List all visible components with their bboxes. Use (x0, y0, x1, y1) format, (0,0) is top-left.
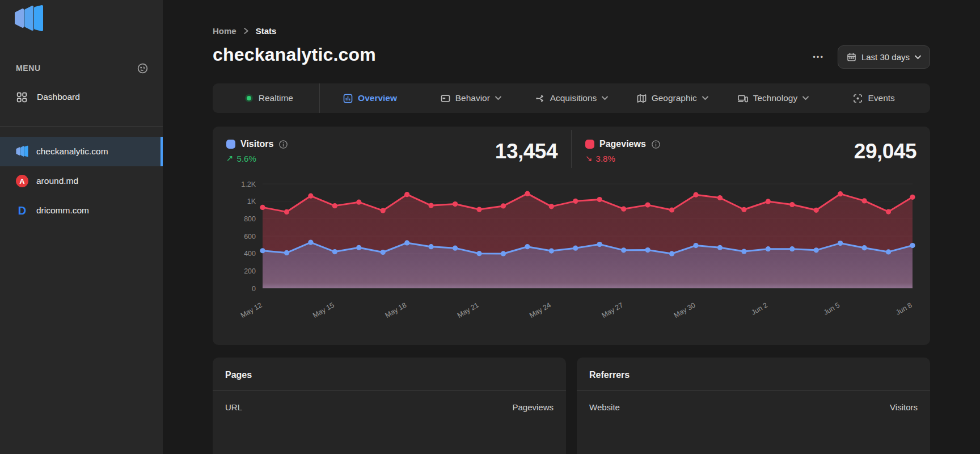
pageviews-trend: ↘3.8% (585, 153, 661, 163)
svg-text:1.2K: 1.2K (241, 180, 256, 188)
svg-text:800: 800 (244, 215, 256, 223)
tab-geographic[interactable]: Geographic (622, 83, 723, 113)
dricomm-logo-icon: D (16, 204, 28, 217)
svg-text:0: 0 (252, 285, 256, 293)
sidebar-item-dashboard[interactable]: Dashboard (0, 84, 163, 110)
svg-text:May 24: May 24 (528, 301, 552, 320)
sidebar-item-around-md[interactable]: A around.md (0, 166, 163, 196)
info-icon[interactable] (651, 140, 661, 149)
svg-text:Jun 8: Jun 8 (894, 301, 914, 316)
tab-overview[interactable]: Overview (320, 83, 421, 113)
trend-up-arrow-icon: ↗ (226, 153, 234, 163)
checkanalytic-logo-icon (16, 145, 28, 158)
window-icon (441, 94, 450, 103)
devices-icon (738, 94, 748, 103)
referrers-col-website: Website (589, 402, 620, 412)
svg-text:1K: 1K (247, 197, 256, 205)
stats-row: Visitors ↗5.6% 13,454 Pageviews (213, 127, 930, 171)
info-icon[interactable] (278, 140, 288, 149)
tabbar: Realtime Overview Behavior (213, 83, 930, 113)
breadcrumb: Home Stats (213, 26, 930, 36)
svg-text:May 18: May 18 (384, 301, 408, 320)
pages-col-url: URL (225, 402, 242, 412)
svg-text:May 30: May 30 (673, 301, 697, 320)
tab-behavior[interactable]: Behavior (420, 83, 521, 113)
app-logo-icon (14, 5, 44, 33)
visitors-swatch (226, 140, 235, 149)
app-logo[interactable] (0, 0, 163, 33)
visitors-value: 13,454 (495, 140, 557, 163)
referrers-col-visitors: Visitors (890, 402, 918, 412)
tab-realtime[interactable]: Realtime (218, 83, 319, 113)
more-options-button[interactable]: ••• (812, 49, 825, 65)
site-label: dricomm.com (36, 205, 89, 216)
date-range-button[interactable]: Last 30 days (838, 45, 930, 69)
traffic-chart-svg: 1.2K1K8006004002000May 12May 15May 18May… (226, 176, 916, 339)
breadcrumb-current: Stats (256, 26, 277, 36)
overview-card: Visitors ↗5.6% 13,454 Pageviews (213, 127, 930, 345)
visitors-label: Visitors (240, 139, 273, 149)
realtime-dot-icon (244, 94, 254, 103)
trend-down-arrow-icon: ↘ (585, 153, 593, 163)
chevron-down-icon (802, 96, 809, 100)
site-label: checkanalytic.com (36, 146, 108, 157)
chevron-down-icon (702, 96, 708, 100)
date-range-label: Last 30 days (861, 52, 910, 62)
bar-chart-icon (343, 94, 353, 103)
menu-heading: MENU (16, 64, 41, 73)
svg-text:May 21: May 21 (456, 301, 480, 320)
pageviews-label: Pageviews (599, 139, 646, 149)
chevron-down-icon (915, 55, 921, 60)
svg-text:Jun 2: Jun 2 (750, 301, 769, 316)
pageviews-swatch (585, 140, 594, 149)
chevron-down-icon (602, 96, 608, 100)
pages-card: Pages URL Pageviews (213, 358, 566, 454)
sidebar-divider (0, 126, 163, 127)
sidebar-item-dricomm[interactable]: D dricomm.com (0, 196, 163, 225)
svg-text:400: 400 (244, 250, 256, 258)
map-icon (637, 94, 647, 103)
pages-col-pageviews: Pageviews (512, 402, 554, 412)
breadcrumb-home-link[interactable]: Home (213, 26, 236, 36)
svg-text:May 15: May 15 (311, 301, 336, 320)
main-content: Home Stats checkanalytic.com ••• Last 30… (163, 0, 980, 454)
scan-target-icon (853, 94, 863, 103)
svg-text:May 12: May 12 (239, 301, 264, 320)
breadcrumb-chevron-icon (243, 28, 249, 34)
site-list: checkanalytic.com A around.md D dricomm.… (0, 137, 163, 225)
tab-events[interactable]: Events (823, 83, 924, 113)
referrers-card: Referrers Website Visitors (577, 358, 930, 454)
calendar-icon (847, 52, 856, 62)
around-md-logo-icon: A (16, 175, 28, 187)
feedback-face-icon[interactable] (137, 63, 148, 74)
chevron-down-icon (495, 96, 501, 100)
pageviews-stat: Pageviews ↘3.8% 29,045 (572, 127, 930, 171)
svg-text:May 27: May 27 (601, 301, 625, 320)
sidebar-item-checkanalytic[interactable]: checkanalytic.com (0, 137, 163, 166)
branch-icon (535, 94, 545, 103)
traffic-chart: 1.2K1K8006004002000May 12May 15May 18May… (213, 171, 930, 340)
svg-text:600: 600 (244, 233, 256, 241)
sidebar: MENU Dashboard (0, 0, 163, 454)
tab-technology[interactable]: Technology (723, 83, 824, 113)
site-label: around.md (36, 176, 78, 186)
svg-text:200: 200 (244, 267, 256, 275)
referrers-card-title: Referrers (577, 358, 930, 391)
sidebar-item-label: Dashboard (37, 92, 80, 102)
pageviews-value: 29,045 (854, 140, 916, 163)
page-title: checkanalytic.com (213, 44, 376, 65)
dashboard-grid-icon (16, 92, 27, 103)
tab-acquisitions[interactable]: Acquisitions (521, 83, 622, 113)
pages-card-title: Pages (213, 358, 566, 391)
visitors-stat: Visitors ↗5.6% 13,454 (213, 127, 571, 171)
visitors-trend: ↗5.6% (226, 153, 288, 163)
svg-text:Jun 5: Jun 5 (822, 301, 842, 316)
